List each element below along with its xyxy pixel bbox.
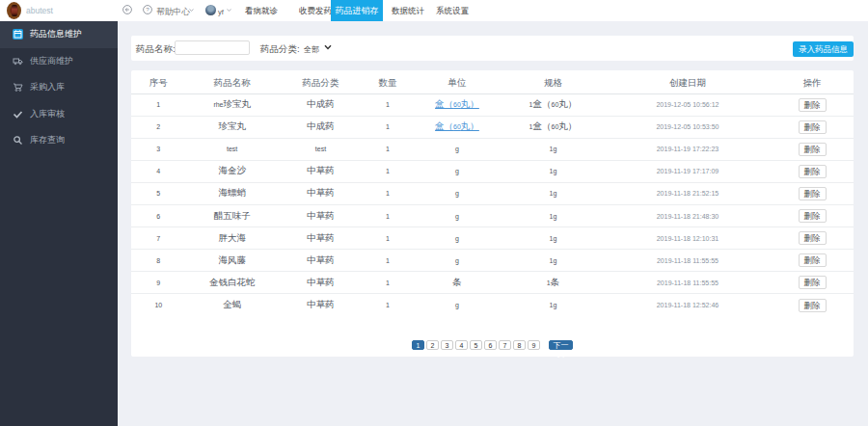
svg-text:?: ? — [146, 6, 149, 13]
